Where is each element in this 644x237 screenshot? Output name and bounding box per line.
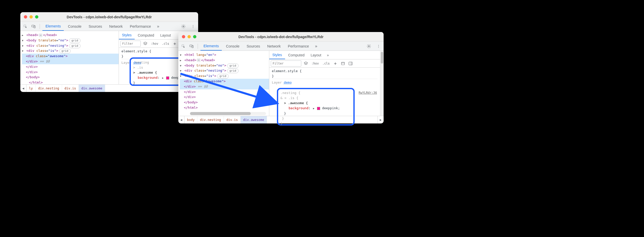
crumb-body[interactable]: ly [26, 85, 36, 92]
selected-dom-node[interactable]: <div class="awesome"> [180, 79, 269, 84]
tab-console[interactable]: Console [65, 22, 84, 30]
svg-rect-8 [341, 62, 344, 65]
crumb-body[interactable]: body [184, 116, 197, 123]
zoom-icon[interactable] [193, 35, 196, 38]
chevron-left-icon[interactable]: ◀ [178, 116, 184, 123]
window-title: DevTools - cdpn.io/web-dot-dev/fullpage/… [20, 15, 198, 19]
chevron-right-icon[interactable]: ▶ [378, 116, 384, 123]
layer-link[interactable]: demo [284, 81, 292, 84]
dom-tree[interactable]: <html lang="en"> <head>⋯</head> <body tr… [178, 51, 269, 116]
inspect-icon[interactable] [180, 43, 187, 50]
tab-console[interactable]: Console [223, 42, 242, 50]
vertical-scrollbar[interactable] [380, 51, 384, 116]
tab-network[interactable]: Network [106, 22, 126, 30]
color-swatch-icon [166, 76, 169, 80]
zoom-icon[interactable] [35, 15, 38, 19]
crumb-nesting[interactable]: div.nesting [36, 85, 62, 92]
gear-icon[interactable] [365, 43, 372, 50]
crumb-is[interactable]: div.is [62, 85, 79, 92]
kebab-icon[interactable]: ⋮ [190, 23, 197, 30]
grid-badge[interactable]: grid [69, 44, 81, 48]
chevron-down-icon[interactable] [180, 63, 182, 68]
svg-point-7 [368, 45, 370, 47]
chevron-right-icon[interactable] [180, 58, 182, 63]
source-link[interactable]: RwYLRdr:36 [359, 90, 377, 95]
kebab-icon[interactable]: ⋮ [375, 43, 382, 50]
window-controls [20, 15, 38, 19]
hov-button[interactable]: :hov [310, 62, 320, 65]
horizontal-scrollbar[interactable] [190, 112, 266, 115]
highlighted-rule: .nesting { RwYLRdr:36 & > .is { > .aweso… [280, 90, 377, 126]
tab-network[interactable]: Network [264, 42, 284, 50]
tab-elements[interactable]: Elements [200, 42, 222, 51]
layers-icon[interactable] [303, 60, 309, 67]
grid-badge[interactable]: grid [59, 49, 71, 53]
minimize-icon[interactable] [187, 35, 191, 38]
grid-badge[interactable]: grid [227, 64, 239, 68]
chevron-right-icon[interactable]: » [324, 53, 332, 57]
cls-button[interactable]: .cls [161, 42, 170, 45]
tab-elements[interactable]: Elements [42, 22, 64, 31]
chevron-left-icon[interactable]: ◀ [20, 85, 26, 92]
chevron-down-icon[interactable] [22, 43, 24, 49]
split-icon[interactable] [348, 60, 354, 67]
chevron-down-icon[interactable] [22, 48, 24, 54]
styles-tab-styles[interactable]: Styles [119, 31, 135, 39]
selected-dom-node[interactable]: <div class="awesome"> [22, 54, 119, 59]
hov-button[interactable]: :hov [150, 42, 159, 45]
svg-rect-1 [32, 25, 34, 27]
styles-tab-computed[interactable]: Computed [285, 51, 308, 59]
styles-tab-layout[interactable]: Layout [157, 31, 174, 39]
styles-tab-styles[interactable]: Styles [269, 51, 285, 59]
close-icon[interactable] [182, 35, 185, 38]
device-toggle-icon[interactable] [188, 43, 195, 50]
tab-sources[interactable]: Sources [86, 22, 105, 30]
crumb-awesome[interactable]: div.awesome [79, 85, 105, 92]
chevron-down-icon[interactable] [22, 38, 24, 43]
cls-button[interactable]: .cls [321, 62, 331, 65]
inspect-icon[interactable] [22, 23, 29, 30]
tab-performance[interactable]: Performance [127, 22, 154, 30]
crumb-nesting[interactable]: div.nesting [197, 116, 224, 123]
chevron-right-icon[interactable]: » [155, 24, 161, 29]
filter-input[interactable] [271, 60, 301, 67]
tab-performance[interactable]: Performance [285, 42, 312, 50]
tab-sources[interactable]: Sources [244, 42, 263, 50]
svg-rect-9 [349, 62, 352, 65]
layers-icon[interactable] [142, 41, 148, 47]
selected-dom-node-close[interactable]: </div> == $0 [22, 59, 119, 64]
window-controls [178, 35, 196, 38]
device-toggle-icon[interactable] [30, 23, 37, 30]
ellipsis-badge[interactable]: ⋯ [39, 34, 43, 37]
titlebar: DevTools - cdpn.io/web-dot-dev/fullpage/… [178, 32, 384, 42]
gear-icon[interactable] [180, 23, 187, 30]
computed-sidebar-icon[interactable] [340, 60, 346, 67]
ellipsis-badge[interactable]: ⋯ [197, 58, 201, 62]
chevron-right-icon[interactable] [22, 33, 24, 38]
main-toolbar: Elements Console Sources Network Perform… [178, 42, 384, 51]
plus-icon[interactable]: + [332, 60, 338, 67]
close-icon[interactable] [24, 15, 27, 19]
styles-tab-computed[interactable]: Computed [135, 31, 157, 39]
styles-tab-layout[interactable]: Layout [308, 51, 324, 59]
minimize-icon[interactable] [29, 15, 33, 19]
svg-point-3 [183, 26, 184, 27]
chevron-down-icon[interactable] [180, 68, 182, 73]
chevron-down-icon[interactable] [180, 52, 182, 58]
dom-tree[interactable]: <head>⋯</head> <body translate="no">grid… [20, 31, 119, 84]
grid-badge[interactable]: grid [217, 74, 229, 78]
grid-badge[interactable]: grid [227, 69, 239, 73]
crumb-awesome[interactable]: div.awesome [241, 116, 267, 123]
grid-badge[interactable]: grid [69, 38, 81, 43]
color-swatch-icon [317, 107, 320, 110]
selected-dom-node-close[interactable]: </div> == $0 [180, 84, 269, 89]
filter-input[interactable] [120, 41, 141, 47]
main-toolbar: Elements Console Sources Network Perform… [20, 22, 198, 31]
titlebar: DevTools - cdpn.io/web-dot-dev/fullpage/… [20, 12, 198, 22]
crumb-is[interactable]: div.is [224, 116, 241, 123]
window-title: DevTools - cdpn.io/web-dot-dev/fullpage/… [178, 35, 384, 39]
plus-icon[interactable]: + [172, 41, 178, 47]
chevron-right-icon[interactable]: » [313, 44, 319, 49]
element-style-rule[interactable]: element.style { [272, 69, 378, 74]
chevron-down-icon[interactable] [180, 73, 182, 79]
